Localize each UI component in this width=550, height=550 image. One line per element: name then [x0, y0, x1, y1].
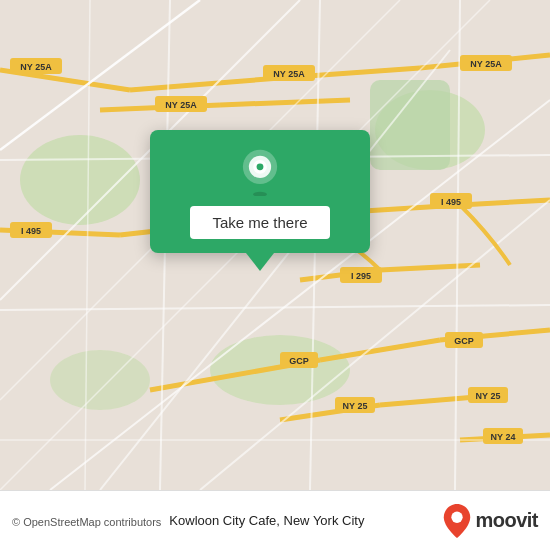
svg-text:NY 25: NY 25	[476, 391, 501, 401]
svg-text:NY 24: NY 24	[491, 432, 516, 442]
svg-text:NY 25A: NY 25A	[165, 100, 197, 110]
svg-point-66	[253, 192, 267, 196]
location-info: Kowloon City Cafe, New York City	[169, 513, 443, 528]
svg-point-1	[20, 135, 140, 225]
moovit-pin-icon	[443, 504, 471, 538]
moovit-brand-text: moovit	[475, 509, 538, 532]
moovit-logo: moovit	[443, 504, 538, 538]
svg-text:I 495: I 495	[441, 197, 461, 207]
svg-text:NY 25A: NY 25A	[470, 59, 502, 69]
svg-text:GCP: GCP	[454, 336, 474, 346]
svg-point-67	[452, 511, 463, 522]
popup-card: Take me there	[150, 130, 370, 253]
svg-text:NY 25A: NY 25A	[273, 69, 305, 79]
svg-point-5	[50, 350, 150, 410]
attribution: © OpenStreetMap contributors	[12, 516, 161, 528]
location-pin-icon	[236, 148, 284, 196]
take-me-there-button[interactable]: Take me there	[190, 206, 329, 239]
svg-text:I 495: I 495	[21, 226, 41, 236]
svg-text:NY 25A: NY 25A	[20, 62, 52, 72]
svg-text:GCP: GCP	[289, 356, 309, 366]
attribution-text: © OpenStreetMap contributors	[12, 512, 161, 530]
bottom-bar: © OpenStreetMap contributors Kowloon Cit…	[0, 490, 550, 550]
svg-text:I 295: I 295	[351, 271, 371, 281]
svg-point-4	[210, 335, 350, 405]
svg-point-65	[257, 163, 264, 170]
map-container: NY 25A NY 25A NY 25A NY 25A I 495 I 495 …	[0, 0, 550, 490]
svg-text:NY 25: NY 25	[343, 401, 368, 411]
